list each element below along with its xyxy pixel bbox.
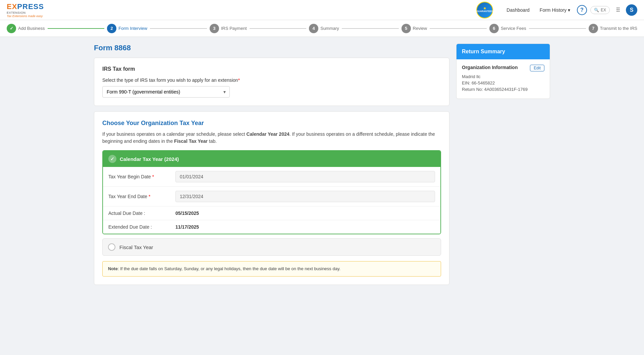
logo-tagline: Tax Extensions made easy [7, 14, 44, 18]
step-6[interactable]: 6 Service Fees [489, 24, 526, 33]
end-date-label: Tax Year End Date * [108, 194, 175, 199]
search-icon: 🔍 [594, 8, 599, 12]
step-label-3: IRS Payment [221, 26, 247, 31]
step-circle-2: 2 [107, 24, 116, 33]
nav-links: Dashboard Form History ▾ ? 🔍 EX ⠿ S [503, 4, 637, 16]
main-content: Form 8868 IRS Tax form Select the type o… [87, 37, 557, 297]
step-label-7: Transmit to the IRS [600, 26, 638, 31]
tax-year-description: If your business operates on a calendar … [102, 131, 441, 145]
step-line-2 [150, 28, 207, 29]
step-circle-3: 3 [210, 24, 219, 33]
user-avatar[interactable]: S [626, 4, 637, 16]
step-2[interactable]: 2 Form Interview [107, 24, 147, 33]
guaranteed-badge: ⭐GUARANTEED [476, 2, 493, 18]
step-circle-6: 6 [489, 24, 499, 33]
step-line-3 [250, 28, 307, 29]
return-summary-header: Return Summary [457, 44, 550, 59]
step-circle-5: 5 [401, 24, 411, 33]
org-ein: EIN: 66-5465822 [462, 80, 544, 85]
step-4[interactable]: 4 Summary [309, 24, 339, 33]
step-line-6 [529, 28, 586, 29]
return-summary-body: Organization Information Edit Madrid llc… [457, 59, 550, 99]
return-summary-card: Return Summary Organization Information … [456, 44, 550, 99]
step-label-5: Review [413, 26, 427, 31]
dashboard-link[interactable]: Dashboard [503, 6, 533, 14]
tax-year-section-title: Choose Your Organization Tax Year [102, 120, 441, 127]
step-label-6: Service Fees [501, 26, 526, 31]
org-return-no: Return No: 4A0036524431F-1769 [462, 87, 544, 92]
step-label-1: Add Business [18, 26, 45, 31]
calendar-tax-year-header: ✓ Calendar Tax Year (2024) [103, 151, 440, 167]
end-date-input[interactable] [175, 191, 435, 202]
fiscal-tax-year-option[interactable]: Fiscal Tax Year [102, 238, 441, 256]
actual-due-value: 05/15/2025 [175, 211, 199, 216]
search-button[interactable]: 🔍 EX [590, 6, 610, 14]
begin-date-input[interactable] [175, 171, 435, 182]
fiscal-radio-button[interactable] [108, 243, 115, 251]
irs-tax-form-select-wrapper: Form 990-T (governmental entities) Form … [102, 86, 230, 98]
step-circle-7: 7 [589, 24, 598, 33]
step-7[interactable]: 7 Transmit to the IRS [589, 24, 638, 33]
badge-circle: ⭐GUARANTEED [476, 2, 493, 18]
extended-due-label: Extended Due Date : [108, 224, 175, 230]
logo-area: EXPRESS EXTENSION Tax Extensions made ea… [7, 2, 44, 18]
actual-due-label: Actual Due Date : [108, 211, 175, 216]
logo-main: EXPRESS [7, 2, 44, 11]
step-circle-4: 4 [309, 24, 318, 33]
help-icon[interactable]: ? [577, 5, 587, 15]
step-line-5 [430, 28, 487, 29]
org-info-row: Organization Information Edit [462, 65, 544, 71]
form-history-link[interactable]: Form History ▾ [536, 6, 574, 14]
step-label-4: Summary [320, 26, 339, 31]
step-5[interactable]: 5 Review [401, 24, 427, 33]
irs-tax-form-label: Select the type of IRS tax form you wish… [102, 77, 441, 83]
step-label-2: Form Interview [118, 26, 147, 31]
extended-due-row: Extended Due Date : 11/17/2025 [103, 220, 440, 234]
irs-tax-form-select[interactable]: Form 990-T (governmental entities) Form … [102, 86, 230, 98]
fiscal-tax-year-label: Fiscal Tax Year [119, 244, 153, 250]
right-column: Return Summary Organization Information … [456, 44, 550, 290]
irs-tax-form-card: IRS Tax form Select the type of IRS tax … [94, 58, 449, 106]
end-date-row: Tax Year End Date * [103, 187, 440, 206]
required-marker: * [238, 77, 240, 83]
chevron-down-icon: ▾ [568, 7, 570, 13]
tax-year-card: Choose Your Organization Tax Year If you… [94, 111, 449, 285]
calendar-tax-year-option[interactable]: ✓ Calendar Tax Year (2024) Tax Year Begi… [102, 150, 441, 234]
logo-sub: EXTENSION [7, 11, 44, 14]
step-line-4 [342, 28, 399, 29]
left-column: Form 8868 IRS Tax form Select the type o… [94, 44, 449, 290]
stepper: ✓ Add Business 2 Form Interview 3 IRS Pa… [0, 20, 644, 37]
begin-date-required: * [152, 174, 154, 179]
end-date-required: * [149, 194, 150, 199]
begin-date-label: Tax Year Begin Date * [108, 174, 175, 179]
step-1[interactable]: ✓ Add Business [7, 24, 45, 33]
calendar-tax-year-body: Tax Year Begin Date * Tax Year End Date … [103, 167, 440, 234]
actual-due-row: Actual Due Date : 05/15/2025 [103, 206, 440, 220]
header: EXPRESS EXTENSION Tax Extensions made ea… [0, 0, 644, 20]
extended-due-value: 11/17/2025 [175, 224, 199, 230]
form-title: Form 8868 [94, 44, 449, 52]
grid-icon[interactable]: ⠿ [613, 5, 623, 15]
calendar-check-icon: ✓ [108, 155, 116, 163]
step-3[interactable]: 3 IRS Payment [210, 24, 247, 33]
org-info-label: Organization Information [462, 65, 518, 70]
org-name: Madrid llc [462, 74, 544, 79]
step-circle-1: ✓ [7, 24, 16, 33]
begin-date-row: Tax Year Begin Date * [103, 167, 440, 187]
note-box: Note: If the due date falls on Saturday,… [102, 261, 441, 277]
irs-tax-form-card-title: IRS Tax form [102, 66, 441, 72]
edit-button[interactable]: Edit [530, 65, 544, 71]
step-line-1 [48, 28, 105, 29]
